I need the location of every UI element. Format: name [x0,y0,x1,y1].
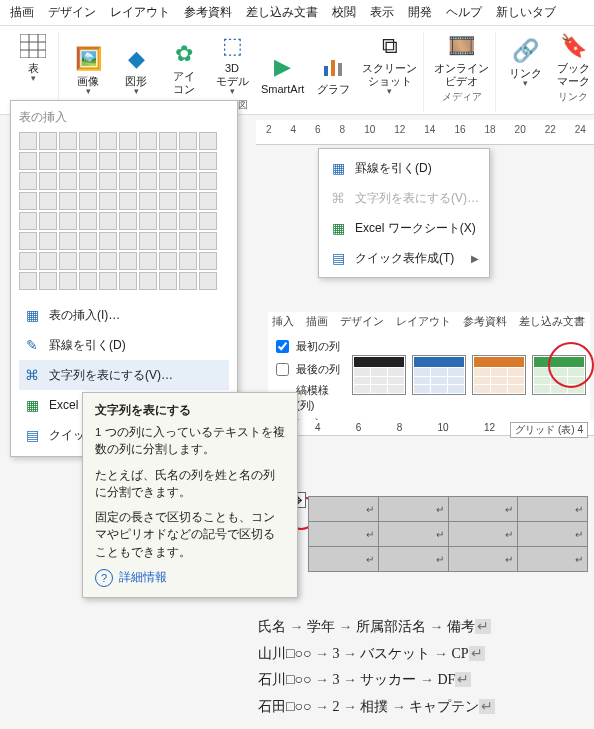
link-button[interactable]: 🔗 リンク ▾ [506,37,544,88]
tooltip-more-info[interactable]: ? 詳細情報 [95,569,285,587]
3dmodel-button[interactable]: ⬚ 3D モデル ▾ [213,32,251,96]
text-to-table-label: 文字列を表にする(V)… [49,367,173,384]
chart-icon [319,53,347,81]
excel-label: Excel [49,398,78,412]
ctx-quick-label: クイック表作成(T) [355,250,454,267]
draw-table-menuitem[interactable]: ✎ 罫線を引く(D) [19,330,229,360]
tab-draw[interactable]: 描画 [306,314,328,329]
picture-icon: 🖼️ [74,45,102,73]
tab-ref[interactable]: 参考資料 [463,314,507,329]
tooltip-title: 文字列を表にする [95,403,285,418]
chevron-down-icon: ▾ [523,78,528,88]
3dmodel-label: 3D モデル [216,62,249,88]
ctx-excel-label: Excel ワークシート(X) [355,220,476,237]
tooltip-p1: 1 つの列に入っているテキストを複数の列に分割します。 [95,424,285,459]
ctx-text-to-table: ⌘ 文字列を表にする(V)… [319,183,489,213]
sticker-icon: ✿ [170,40,198,68]
svg-rect-6 [331,60,335,76]
menu-layout[interactable]: レイアウト [110,4,170,21]
menu-view[interactable]: 表示 [370,4,394,21]
quick-tables-icon: ▤ [329,249,347,267]
tab-insert[interactable]: 挿入 [272,314,294,329]
table-icon: ▦ [23,306,41,324]
svg-rect-0 [20,34,46,58]
group-media-label: メディア [442,90,482,104]
bookmark-icon: 🔖 [559,32,587,60]
ctx-quick-tables[interactable]: ▤ クイック表作成(T) ▶ [319,243,489,273]
table-size-grid[interactable] [19,132,229,290]
cube-icon: ⬚ [218,32,246,60]
menu-newtab[interactable]: 新しいタブ [496,4,556,21]
menu-design[interactable]: デザイン [48,4,96,21]
menu-draw[interactable]: 描画 [10,4,34,21]
panel-title: 表の挿入 [19,109,229,126]
table-design-panel: 挿入 描画 デザイン レイアウト 参考資料 差し込み文書 最初の列 最後の列 縞… [268,312,590,434]
style-orange[interactable] [472,355,526,395]
bookmark-button[interactable]: 🔖 ブックマーク [554,32,592,88]
design-tabs: 挿入 描画 デザイン レイアウト 参考資料 差し込み文書 [268,312,590,331]
chevron-down-icon: ▾ [230,86,235,96]
chart-button[interactable]: グラフ [314,53,352,96]
menu-dev[interactable]: 開発 [408,4,432,21]
chevron-down-icon: ▾ [31,73,36,83]
tab-mail[interactable]: 差し込み文書 [519,314,585,329]
excel-icon: ▦ [23,396,41,414]
style-name-label: グリッド (表) 4 [510,422,588,438]
menu-review[interactable]: 校閲 [332,4,356,21]
link-icon: 🔗 [511,37,539,65]
smartart-icon: ▶ [269,53,297,81]
menu-mailmerge[interactable]: 差し込み文書 [246,4,318,21]
text-to-table-menuitem[interactable]: ⌘ 文字列を表にする(V)… [19,360,229,390]
ctx-draw-label: 罫線を引く(D) [355,160,432,177]
pencil-grid-icon: ✎ [23,336,41,354]
shapes-icon: ◆ [122,45,150,73]
pencil-grid-icon: ▦ [329,159,347,177]
tooltip: 文字列を表にする 1 つの列に入っているテキストを複数の列に分割します。 たとえ… [82,392,298,598]
chk-last-col[interactable]: 最後の列 [272,360,342,379]
text-to-table-icon: ⌘ [329,189,347,207]
icons-button[interactable]: ✿ アイ コン [165,40,203,96]
sample-table: ✥ ↵↵↵↵ ↵↵↵↵ ↵↵↵↵ [308,496,590,572]
table-button[interactable]: 表 ▾ [14,32,52,83]
chevron-right-icon: ▶ [471,253,479,264]
table-submenu: ▦ 罫線を引く(D) ⌘ 文字列を表にする(V)… ▦ Excel ワークシート… [318,148,490,278]
text-to-table-icon: ⌘ [23,366,41,384]
style-blue[interactable] [412,355,466,395]
insert-table-menuitem[interactable]: ▦ 表の挿入(I)… [19,300,229,330]
document-text: 氏名 → 学年 → 所属部活名 → 備考↵山川□○○ → 3 → バスケット →… [258,614,495,720]
svg-rect-5 [324,66,328,76]
insert-table-label: 表の挿入(I)… [49,307,120,324]
screenshot-button[interactable]: ⧉ スクリーン ショット ▾ [362,32,417,96]
film-icon: 🎞️ [448,32,476,60]
ctx-excel-sheet[interactable]: ▦ Excel ワークシート(X) [319,213,489,243]
group-link-label: リンク [558,90,588,104]
chevron-down-icon: ▾ [134,86,139,96]
screenshot-label: スクリーン ショット [362,62,417,88]
highlight-circle-style [548,342,594,388]
menu-help[interactable]: ヘルプ [446,4,482,21]
ctx-draw-table[interactable]: ▦ 罫線を引く(D) [319,153,489,183]
table-grid-icon [19,32,47,60]
shapes-button[interactable]: ◆ 図形 ▾ [117,45,155,96]
image-button[interactable]: 🖼️ 画像 ▾ [69,45,107,96]
quick-tables-icon: ▤ [23,426,41,444]
onlinevideo-button[interactable]: 🎞️ オンライン ビデオ [434,32,489,88]
screenshot-icon: ⧉ [376,32,404,60]
menu-ref[interactable]: 参考資料 [184,4,232,21]
onlinevideo-label: オンライン ビデオ [434,62,489,88]
ctx-ttt-label: 文字列を表にする(V)… [355,190,479,207]
chevron-down-icon: ▾ [86,86,91,96]
horizontal-ruler: 24 68 1012 1416 1820 2224 [256,120,594,145]
tab-design[interactable]: デザイン [340,314,384,329]
svg-rect-7 [338,63,342,76]
bookmark-label: ブックマーク [554,62,592,88]
question-icon: ? [95,569,113,587]
excel-icon: ▦ [329,219,347,237]
chevron-down-icon: ▾ [387,86,392,96]
style-black[interactable] [352,355,406,395]
chk-first-col[interactable]: 最初の列 [272,337,342,356]
smartart-button[interactable]: ▶ SmartArt [261,53,304,96]
tooltip-p2: たとえば、氏名の列を姓と名の列に分割できます。 [95,467,285,502]
ruler-2: 24 68 1012 1416 グリッド (表) 4 [268,420,594,436]
tab-layout[interactable]: レイアウト [396,314,451,329]
